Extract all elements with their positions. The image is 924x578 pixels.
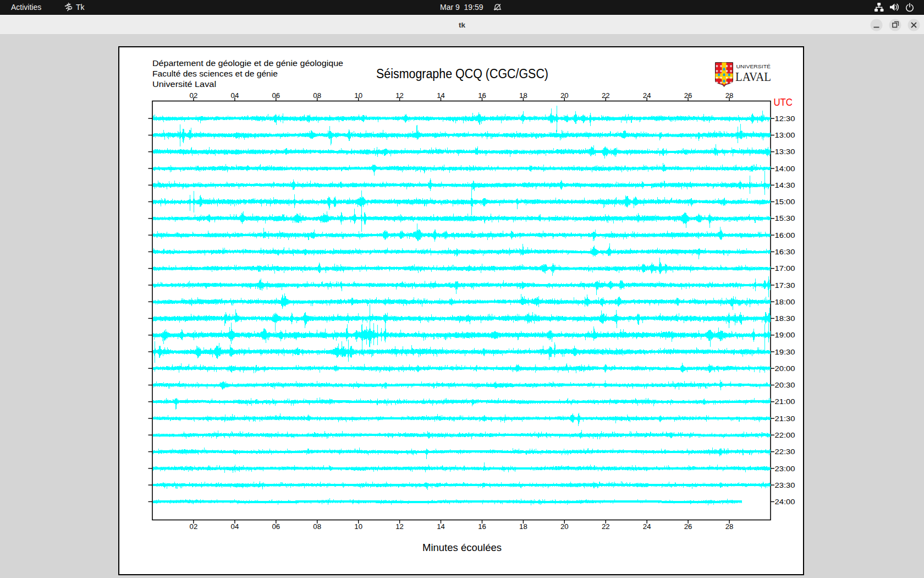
svg-text:06: 06	[272, 522, 280, 531]
svg-text:Département de géologie et de: Département de géologie et de génie géol…	[152, 58, 343, 68]
svg-text:13:00: 13:00	[775, 131, 795, 139]
svg-text:26: 26	[684, 522, 692, 531]
svg-text:Séismographe QCQ (CGC/GSC): Séismographe QCQ (CGC/GSC)	[376, 67, 548, 81]
svg-text:16: 16	[478, 91, 486, 100]
svg-text:21:30: 21:30	[775, 415, 795, 423]
svg-text:04: 04	[231, 91, 239, 100]
svg-text:22:00: 22:00	[775, 431, 795, 439]
svg-text:24:00: 24:00	[775, 498, 795, 506]
svg-text:12: 12	[395, 91, 404, 100]
svg-text:23:30: 23:30	[775, 481, 795, 489]
svg-text:06: 06	[272, 91, 280, 100]
svg-text:UTC: UTC	[774, 96, 793, 108]
svg-text:04: 04	[231, 522, 239, 531]
svg-text:24: 24	[643, 522, 651, 531]
svg-text:14: 14	[437, 91, 445, 100]
svg-text:19:00: 19:00	[775, 331, 795, 339]
svg-text:16:30: 16:30	[775, 248, 795, 256]
svg-text:20: 20	[560, 522, 569, 531]
svg-text:28: 28	[725, 522, 734, 531]
svg-text:12: 12	[395, 522, 404, 531]
svg-text:18: 18	[519, 522, 527, 531]
svg-text:22: 22	[602, 522, 610, 531]
svg-text:Université Laval: Université Laval	[152, 79, 216, 89]
svg-text:12:30: 12:30	[775, 114, 795, 123]
svg-text:02: 02	[190, 522, 198, 531]
svg-text:LAVAL: LAVAL	[735, 70, 771, 84]
svg-text:23:00: 23:00	[775, 465, 795, 473]
svg-text:28: 28	[725, 91, 734, 100]
svg-text:15:00: 15:00	[775, 198, 795, 206]
svg-text:Faculté des sciences et de gén: Faculté des sciences et de génie	[152, 69, 278, 78]
svg-text:18: 18	[519, 91, 527, 100]
svg-text:18:30: 18:30	[775, 314, 795, 323]
svg-text:22: 22	[602, 91, 610, 100]
svg-text:20:00: 20:00	[775, 364, 795, 373]
svg-text:24: 24	[643, 91, 651, 100]
svg-text:17:00: 17:00	[775, 264, 795, 272]
svg-text:16: 16	[478, 522, 486, 531]
svg-text:22:30: 22:30	[775, 448, 795, 456]
svg-text:UNIVERSITÉ: UNIVERSITÉ	[736, 64, 771, 69]
svg-text:16:00: 16:00	[775, 231, 795, 239]
svg-text:17:30: 17:30	[775, 281, 795, 290]
svg-text:20:30: 20:30	[775, 381, 795, 389]
svg-text:14: 14	[437, 522, 445, 531]
svg-text:13:30: 13:30	[775, 148, 795, 156]
svg-text:21:00: 21:00	[775, 397, 795, 406]
svg-text:10: 10	[354, 522, 362, 531]
svg-text:20: 20	[560, 91, 569, 100]
svg-text:14:00: 14:00	[775, 165, 795, 173]
svg-text:15:30: 15:30	[775, 214, 795, 222]
svg-text:18:00: 18:00	[775, 298, 795, 306]
svg-text:02: 02	[190, 91, 198, 100]
svg-text:08: 08	[313, 522, 321, 531]
svg-text:19:30: 19:30	[775, 348, 795, 356]
svg-text:08: 08	[313, 91, 321, 100]
svg-text:14:30: 14:30	[775, 181, 795, 189]
svg-text:Minutes écoulées: Minutes écoulées	[422, 542, 502, 553]
svg-text:10: 10	[354, 91, 362, 100]
svg-text:26: 26	[684, 91, 692, 100]
